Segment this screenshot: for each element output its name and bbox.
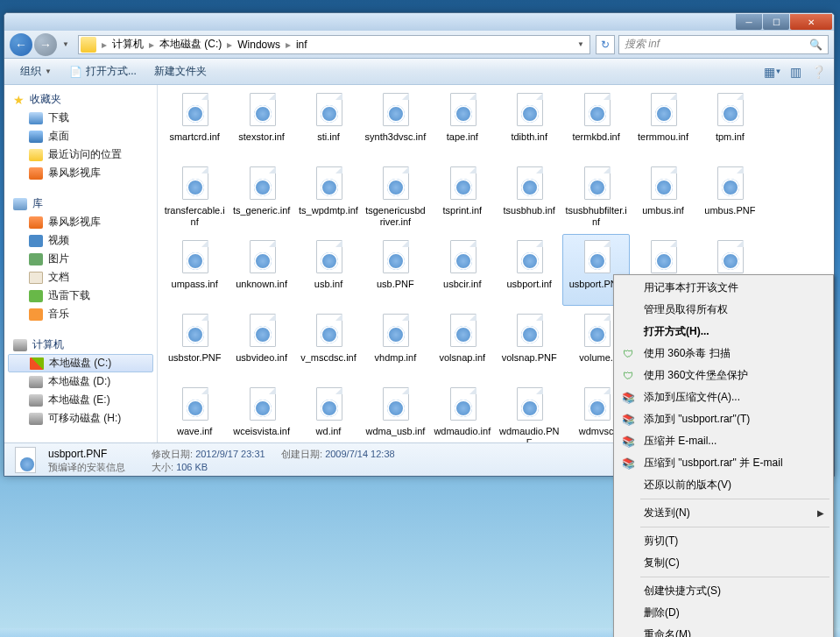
file-item[interactable]: wceisvista.inf xyxy=(228,381,294,442)
sidebar-item-videos[interactable]: 视频 xyxy=(4,231,157,250)
file-item[interactable]: termkbd.inf xyxy=(562,87,629,159)
cm-360-scan[interactable]: 🛡使用 360杀毒 扫描 xyxy=(616,343,831,365)
file-item[interactable]: tsusbhubfilter.inf xyxy=(562,160,629,232)
status-meta: 修改日期: 2012/9/17 23:31 创建日期: 2009/7/14 12… xyxy=(152,448,395,474)
file-item[interactable]: umbus.inf xyxy=(630,160,696,232)
inf-file-icon xyxy=(644,165,682,203)
open-with-button[interactable]: 📄打开方式... xyxy=(60,61,145,81)
maximize-button[interactable]: ☐ xyxy=(763,14,789,30)
file-item[interactable]: usbstor.PNF xyxy=(161,308,228,379)
file-item[interactable]: volsnap.inf xyxy=(429,308,496,379)
sidebar-item-xunlei[interactable]: 迅雷下载 xyxy=(4,287,157,305)
file-item[interactable]: unknown.inf xyxy=(228,234,294,306)
cm-restore-prev[interactable]: 还原以前的版本(V) xyxy=(616,474,831,496)
file-item[interactable]: volsnap.PNF xyxy=(496,308,562,379)
file-name-label: ts_wpdmtp.inf xyxy=(299,205,358,228)
back-button[interactable]: ← xyxy=(10,33,32,56)
crumb-inf[interactable]: inf xyxy=(293,39,311,51)
file-item[interactable]: transfercable.inf xyxy=(161,160,228,232)
address-dropdown-icon[interactable]: ▼ xyxy=(574,40,588,48)
removable-drive-icon xyxy=(29,413,43,425)
file-item[interactable]: usbvideo.inf xyxy=(228,308,294,379)
history-dropdown-icon[interactable]: ▼ xyxy=(62,40,69,48)
cm-open-notepad[interactable]: 用记事本打开该文件 xyxy=(616,277,831,299)
sidebar-item-recent[interactable]: 最近访问的位置 xyxy=(4,145,157,164)
sidebar-item-baofeng-lib[interactable]: 暴风影视库 xyxy=(4,213,157,231)
inf-file-icon xyxy=(510,165,548,203)
minimize-button[interactable]: ─ xyxy=(736,14,762,30)
crumb-computer[interactable]: 计算机 xyxy=(109,37,147,52)
file-item[interactable]: smartcrd.inf xyxy=(161,87,228,159)
libraries-header[interactable]: 库 xyxy=(4,195,157,213)
file-item[interactable]: stexstor.inf xyxy=(228,87,294,159)
file-name-label: usb.PNF xyxy=(377,279,414,301)
file-item[interactable]: wave.inf xyxy=(161,381,228,442)
search-input[interactable]: 搜索 inf xyxy=(618,35,829,54)
favorites-header[interactable]: ★收藏夹 xyxy=(4,90,157,109)
file-item[interactable]: tsgenericusbdriver.inf xyxy=(362,160,428,232)
address-bar[interactable]: ▸ 计算机 ▸ 本地磁盘 (C:) ▸ Windows ▸ inf ▼ xyxy=(78,35,590,54)
file-item[interactable]: tdibth.inf xyxy=(496,87,562,159)
cm-cut[interactable]: 剪切(T) xyxy=(616,530,831,552)
cm-admin-take[interactable]: 管理员取得所有权 xyxy=(616,299,831,321)
sidebar-item-drive-d[interactable]: 本地磁盘 (D:) xyxy=(4,372,157,391)
file-item[interactable]: usbcir.inf xyxy=(429,234,496,306)
sidebar-item-baofeng[interactable]: 暴风影视库 xyxy=(4,164,157,182)
crumb-sep-icon: ▸ xyxy=(225,39,234,51)
cm-open-with[interactable]: 打开方式(H)... xyxy=(616,321,831,343)
file-item[interactable]: synth3dvsc.inf xyxy=(362,87,428,159)
cm-360-protect[interactable]: 🛡使用 360文件堡垒保护 xyxy=(616,365,831,386)
cm-send-to[interactable]: 发送到(N)▶ xyxy=(616,502,831,524)
file-item[interactable]: tape.inf xyxy=(429,87,496,159)
file-item[interactable]: ts_generic.inf xyxy=(228,160,294,232)
file-item[interactable]: sti.inf xyxy=(295,87,362,159)
cm-create-shortcut[interactable]: 创建快捷方式(S) xyxy=(616,580,831,602)
file-item[interactable]: umpass.inf xyxy=(161,234,228,306)
sidebar-item-drive-h[interactable]: 可移动磁盘 (H:) xyxy=(4,409,157,428)
file-item[interactable]: umbus.PNF xyxy=(696,160,763,232)
cm-add-archive[interactable]: 📚添加到压缩文件(A)... xyxy=(616,386,831,408)
picture-icon xyxy=(29,253,43,265)
sidebar-item-documents[interactable]: 文档 xyxy=(4,268,157,287)
help-button[interactable]: ❔ xyxy=(809,63,827,81)
file-item[interactable]: usbport.inf xyxy=(496,234,562,306)
nav-bar: ← → ▼ ▸ 计算机 ▸ 本地磁盘 (C:) ▸ Windows ▸ inf … xyxy=(4,31,834,59)
crumb-drive[interactable]: 本地磁盘 (C:) xyxy=(156,37,225,52)
file-item[interactable]: wd.inf xyxy=(295,381,362,442)
cm-rename[interactable]: 重命名(M) xyxy=(616,624,831,637)
file-item[interactable]: termmou.inf xyxy=(630,87,696,159)
file-item[interactable]: wdma_usb.inf xyxy=(362,381,428,442)
file-item[interactable]: usb.inf xyxy=(295,234,362,306)
cm-copy[interactable]: 复制(C) xyxy=(616,552,831,574)
file-item[interactable]: ts_wpdmtp.inf xyxy=(295,160,362,232)
forward-button[interactable]: → xyxy=(34,33,57,56)
file-item[interactable]: tpm.inf xyxy=(696,87,763,159)
cm-add-rar[interactable]: 📚添加到 "usbport.rar"(T) xyxy=(616,408,831,430)
file-item[interactable]: tsprint.inf xyxy=(429,160,496,232)
file-item[interactable]: v_mscdsc.inf xyxy=(295,308,362,379)
close-button[interactable]: ✕ xyxy=(790,14,832,30)
sidebar-item-drive-e[interactable]: 本地磁盘 (E:) xyxy=(4,391,157,409)
file-name-label: wdmvsc xyxy=(579,426,614,442)
sidebar-item-drive-c[interactable]: 本地磁盘 (C:) xyxy=(8,354,153,372)
view-options-button[interactable]: ▦ ▼ xyxy=(764,63,781,81)
file-item[interactable]: wdmaudio.PNF xyxy=(496,381,562,442)
crumb-windows[interactable]: Windows xyxy=(234,39,284,51)
sidebar-item-desktop[interactable]: 桌面 xyxy=(4,127,157,145)
organize-button[interactable]: 组织▼ xyxy=(11,61,60,81)
cm-compress-rar-email[interactable]: 📚压缩到 "usbport.rar" 并 E-mail xyxy=(616,452,831,474)
file-item[interactable]: vhdmp.inf xyxy=(362,308,428,379)
file-item[interactable]: tsusbhub.inf xyxy=(496,160,562,232)
new-folder-button[interactable]: 新建文件夹 xyxy=(145,61,215,81)
file-item[interactable]: usb.PNF xyxy=(362,234,428,306)
cm-delete[interactable]: 删除(D) xyxy=(616,602,831,624)
sidebar-item-pictures[interactable]: 图片 xyxy=(4,250,157,268)
cm-compress-email[interactable]: 📚压缩并 E-mail... xyxy=(616,430,831,452)
preview-pane-button[interactable]: ▥ xyxy=(787,63,804,81)
file-item[interactable]: wdmaudio.inf xyxy=(429,381,496,442)
file-name-label: tpm.inf xyxy=(716,131,745,154)
sidebar-item-music[interactable]: 音乐 xyxy=(4,305,157,323)
computer-header[interactable]: 计算机 xyxy=(4,336,157,354)
refresh-button[interactable]: ↻ xyxy=(596,35,615,54)
sidebar-item-downloads[interactable]: 下载 xyxy=(4,109,157,127)
